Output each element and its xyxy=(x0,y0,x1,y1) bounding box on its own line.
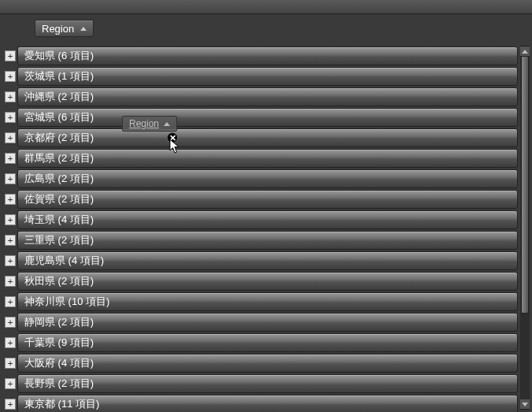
scroll-up-button[interactable] xyxy=(520,46,530,56)
group-row: + 宮城県 (6 項目) xyxy=(3,107,518,128)
group-header[interactable]: 沖縄県 (2 項目) xyxy=(17,87,518,106)
group-header[interactable]: 広島県 (2 項目) xyxy=(17,169,518,188)
chevron-down-icon xyxy=(522,403,528,406)
expand-button[interactable]: + xyxy=(5,50,16,61)
group-row: + 佐賀県 (2 項目) xyxy=(3,189,518,210)
chevron-up-icon xyxy=(522,50,528,54)
group-header[interactable]: 千葉県 (9 項目) xyxy=(17,333,518,352)
group-label: 東京都 (11 項目) xyxy=(24,397,99,411)
expand-button[interactable]: + xyxy=(5,358,16,369)
group-label: 群馬県 (2 項目) xyxy=(24,151,94,165)
group-row: + 東京都 (11 項目) xyxy=(3,394,518,412)
group-header[interactable]: 愛知県 (6 項目) xyxy=(17,46,518,65)
group-row: + 三重県 (2 項目) xyxy=(3,230,518,251)
group-row: + 沖縄県 (2 項目) xyxy=(3,87,518,107)
group-row: + 長野県 (2 項目) xyxy=(3,373,518,394)
group-label: 三重県 (2 項目) xyxy=(24,233,94,247)
group-header[interactable]: 宮城県 (6 項目) xyxy=(17,108,518,127)
expand-button[interactable]: + xyxy=(5,112,16,123)
group-row: + 秋田県 (2 項目) xyxy=(3,271,518,291)
expand-button[interactable]: + xyxy=(5,194,16,205)
group-header[interactable]: 秋田県 (2 項目) xyxy=(17,272,518,291)
expand-button[interactable]: + xyxy=(5,378,16,389)
expand-button[interactable]: + xyxy=(5,173,16,184)
group-row: + 広島県 (2 項目) xyxy=(3,169,518,189)
expand-button[interactable]: + xyxy=(5,317,16,328)
scroll-down-button[interactable] xyxy=(520,399,530,409)
group-header[interactable]: 群馬県 (2 項目) xyxy=(17,149,518,168)
group-panel[interactable]: Region xyxy=(0,14,532,43)
group-label: 静岡県 (2 項目) xyxy=(24,315,94,329)
group-header[interactable]: 鹿児島県 (4 項目) xyxy=(17,251,518,270)
grid-body: + 愛知県 (6 項目) + 茨城県 (1 項目) + 沖縄県 (2 項目) +… xyxy=(0,43,532,412)
group-header[interactable]: 大阪府 (4 項目) xyxy=(17,354,518,373)
group-row: + 神奈川県 (10 項目) xyxy=(3,291,518,312)
expand-button[interactable]: + xyxy=(5,214,16,225)
expand-button[interactable]: + xyxy=(5,399,16,410)
scroll-thumb[interactable] xyxy=(521,56,529,314)
group-label: 千葉県 (9 項目) xyxy=(24,336,94,350)
expand-button[interactable]: + xyxy=(5,255,16,266)
group-chip-region[interactable]: Region xyxy=(35,20,94,37)
group-row: + 埼玉県 (4 項目) xyxy=(3,210,518,230)
group-list: + 愛知県 (6 項目) + 茨城県 (1 項目) + 沖縄県 (2 項目) +… xyxy=(3,46,518,412)
expand-button[interactable]: + xyxy=(5,296,16,307)
group-row: + 京都府 (2 項目) xyxy=(3,128,518,148)
group-header[interactable]: 東京都 (11 項目) xyxy=(17,395,518,412)
expand-button[interactable]: + xyxy=(5,235,16,246)
group-chip-label: Region xyxy=(42,23,74,35)
group-label: 広島県 (2 項目) xyxy=(24,172,94,186)
scroll-track[interactable] xyxy=(520,56,530,399)
group-label: 宮城県 (6 項目) xyxy=(24,110,94,124)
group-header[interactable]: 三重県 (2 項目) xyxy=(17,231,518,250)
window-top-bar xyxy=(0,0,532,14)
expand-button[interactable]: + xyxy=(5,132,16,143)
group-header[interactable]: 埼玉県 (4 項目) xyxy=(17,210,518,229)
vertical-scrollbar[interactable] xyxy=(520,46,530,410)
group-label: 埼玉県 (4 項目) xyxy=(24,213,94,227)
expand-button[interactable]: + xyxy=(5,91,16,102)
group-label: 佐賀県 (2 項目) xyxy=(24,192,94,206)
expand-button[interactable]: + xyxy=(5,153,16,164)
group-label: 神奈川県 (10 項目) xyxy=(24,295,109,309)
expand-button[interactable]: + xyxy=(5,337,16,348)
expand-button[interactable]: + xyxy=(5,276,16,287)
group-row: + 鹿児島県 (4 項目) xyxy=(3,251,518,271)
group-row: + 茨城県 (1 項目) xyxy=(3,66,518,87)
group-row: + 愛知県 (6 項目) xyxy=(3,46,518,66)
group-row: + 静岡県 (2 項目) xyxy=(3,312,518,332)
group-label: 長野県 (2 項目) xyxy=(24,377,94,391)
group-header[interactable]: 長野県 (2 項目) xyxy=(17,374,518,393)
group-label: 秋田県 (2 項目) xyxy=(24,274,94,288)
group-header[interactable]: 神奈川県 (10 項目) xyxy=(17,292,518,311)
group-header[interactable]: 茨城県 (1 項目) xyxy=(17,67,518,86)
expand-button[interactable]: + xyxy=(5,71,16,82)
group-header[interactable]: 佐賀県 (2 項目) xyxy=(17,190,518,209)
sort-asc-icon xyxy=(80,27,87,31)
group-label: 愛知県 (6 項目) xyxy=(24,49,94,63)
group-label: 沖縄県 (2 項目) xyxy=(24,90,94,104)
group-header[interactable]: 静岡県 (2 項目) xyxy=(17,313,518,332)
group-header[interactable]: 京都府 (2 項目) xyxy=(17,128,518,147)
group-row: + 千葉県 (9 項目) xyxy=(3,332,518,353)
group-row: + 群馬県 (2 項目) xyxy=(3,148,518,169)
group-label: 鹿児島県 (4 項目) xyxy=(24,254,104,268)
group-label: 茨城県 (1 項目) xyxy=(24,69,94,84)
group-label: 京都府 (2 項目) xyxy=(24,131,94,145)
group-row: + 大阪府 (4 項目) xyxy=(3,353,518,373)
group-label: 大阪府 (4 項目) xyxy=(24,356,94,370)
